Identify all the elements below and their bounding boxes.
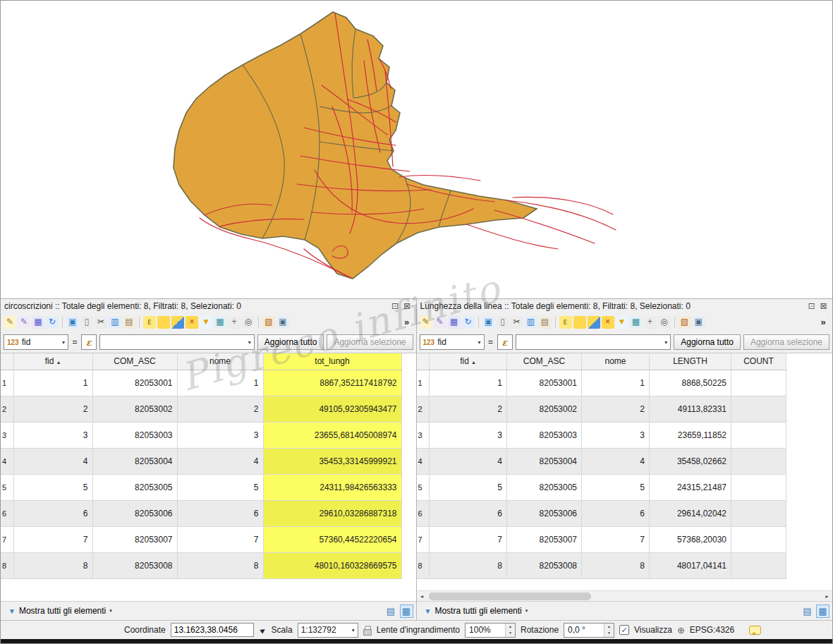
cell[interactable] [731, 396, 786, 422]
column-header-fid[interactable]: fid▲ [13, 353, 92, 370]
spin-down-icon[interactable]: ▼ [506, 630, 515, 637]
cell[interactable]: 24315,21487 [650, 474, 731, 500]
column-header-tot_lungh[interactable]: tot_lungh [263, 353, 401, 370]
corner-header[interactable] [417, 353, 430, 370]
cell[interactable]: 5 [430, 474, 507, 500]
cell[interactable]: 23655,681405008974 [263, 422, 401, 448]
cell[interactable]: 82053002 [507, 396, 582, 422]
row-number[interactable]: 1 [417, 370, 430, 396]
cell[interactable]: 82053006 [507, 500, 582, 526]
dock-icon[interactable]: ▣ [276, 316, 289, 329]
spin-up-icon[interactable]: ▲ [604, 624, 614, 631]
form-view-icon[interactable]: ▤ [384, 604, 398, 618]
row-number[interactable]: 8 [1, 552, 13, 578]
cell[interactable] [731, 526, 786, 552]
cell[interactable]: 48010,160328669575 [263, 552, 401, 578]
save-edits-icon[interactable]: ▦ [448, 316, 461, 329]
update-all-button[interactable]: Aggiorna tutto [257, 334, 324, 350]
row-number[interactable]: 7 [417, 526, 430, 552]
filter-form-icon[interactable]: ▼ [616, 316, 628, 329]
cell[interactable]: 82053004 [92, 448, 177, 474]
lock-icon[interactable] [363, 629, 372, 636]
update-selection-button[interactable]: Aggiorna selezione [743, 334, 829, 350]
close-icon[interactable]: ⊠ [818, 301, 829, 312]
cell[interactable]: 82053005 [507, 474, 582, 500]
row-number[interactable]: 7 [1, 526, 13, 552]
cell[interactable]: 6 [430, 500, 507, 526]
cell[interactable]: 4 [430, 448, 507, 474]
magnifier-spinbox[interactable]: 100% ▲▼ [465, 623, 516, 638]
cell[interactable]: 48017,04141 [650, 552, 731, 578]
cell[interactable]: 57360,44522220654 [263, 526, 401, 552]
duplicate-feature-icon[interactable]: ▣ [482, 316, 495, 329]
delete-feature-icon[interactable]: ▯ [80, 316, 93, 329]
row-number[interactable]: 1 [1, 370, 13, 396]
cell[interactable]: 4 [582, 448, 650, 474]
spin-up-icon[interactable]: ▲ [506, 624, 515, 631]
cell[interactable]: 82053007 [507, 526, 582, 552]
cell[interactable]: 4 [177, 448, 263, 474]
row-number[interactable]: 4 [1, 448, 13, 474]
update-selection-button[interactable]: Aggiorna selezione [327, 334, 413, 350]
column-header-COUNT[interactable]: COUNT [731, 353, 786, 370]
cell[interactable]: 4 [13, 448, 92, 474]
scroll-right-icon[interactable]: ► [822, 594, 832, 599]
cell[interactable] [731, 422, 786, 448]
corner-header[interactable] [1, 353, 13, 370]
map-canvas[interactable] [1, 1, 832, 299]
copy-icon[interactable]: ▥ [525, 316, 537, 329]
render-checkbox[interactable]: ✓ [619, 625, 629, 635]
dock-icon[interactable]: ▣ [693, 316, 705, 329]
cell[interactable]: 82053001 [507, 370, 582, 396]
select-by-expression-icon[interactable]: ε [143, 316, 156, 329]
close-icon[interactable]: ⊠ [402, 301, 413, 312]
mouse-position-icon[interactable]: ► [257, 624, 268, 636]
cell[interactable]: 3 [13, 422, 92, 448]
conditional-formatting-icon[interactable]: ▧ [262, 316, 275, 329]
reload-icon[interactable]: ↻ [462, 316, 475, 329]
cell[interactable]: 49105,92305943477 [263, 396, 401, 422]
pan-to-selection-icon[interactable]: + [228, 316, 241, 329]
row-number[interactable]: 5 [417, 474, 430, 500]
rotation-spinbox[interactable]: 0,0 ° ▲▼ [564, 623, 614, 638]
select-all-icon[interactable] [573, 316, 586, 329]
cell[interactable]: 82053003 [92, 422, 177, 448]
row-number[interactable]: 6 [1, 500, 13, 526]
feature-filter-button[interactable]: ▼ Mostra tutti gli elementi ▾ [420, 604, 533, 619]
toolbar-extension-icon[interactable]: » [401, 316, 413, 329]
toggle-editing-icon[interactable]: ✎ [4, 316, 16, 329]
cell[interactable]: 82053008 [507, 552, 582, 578]
cell[interactable]: 8 [582, 552, 650, 578]
cell[interactable]: 5 [13, 474, 92, 500]
cell[interactable]: 29614,02042 [650, 500, 731, 526]
field-selector[interactable]: 123 fid ▾ [4, 334, 68, 350]
spin-down-icon[interactable]: ▼ [604, 630, 614, 637]
organize-columns-icon[interactable]: ▦ [214, 316, 226, 329]
cell[interactable]: 82053004 [507, 448, 582, 474]
row-number[interactable]: 5 [1, 474, 13, 500]
zoom-to-selection-icon[interactable]: ◎ [658, 316, 671, 329]
cell[interactable]: 7 [582, 526, 650, 552]
row-number[interactable]: 2 [417, 396, 430, 422]
filter-value-input[interactable]: ▾ [516, 334, 671, 350]
cell[interactable] [731, 448, 786, 474]
cell[interactable]: 3 [177, 422, 263, 448]
cell[interactable]: 82053001 [92, 370, 177, 396]
cell[interactable] [731, 370, 786, 396]
deselect-all-icon[interactable]: × [186, 316, 198, 329]
cell[interactable]: 6 [13, 500, 92, 526]
cell[interactable]: 6 [177, 500, 263, 526]
cell[interactable]: 8868,50225 [650, 370, 731, 396]
scale-selector[interactable]: 1:132792 ▾ [298, 623, 358, 638]
cell[interactable]: 7 [13, 526, 92, 552]
cut-icon[interactable]: ✂ [511, 316, 523, 329]
messages-icon[interactable] [749, 626, 761, 635]
cell[interactable] [731, 474, 786, 500]
duplicate-feature-icon[interactable]: ▣ [66, 316, 79, 329]
cell[interactable]: 5 [582, 474, 650, 500]
crs-label[interactable]: EPSG:4326 [690, 625, 734, 635]
feature-filter-button[interactable]: ▼ Mostra tutti gli elementi ▾ [4, 604, 117, 619]
multiedit-icon[interactable]: ✎ [18, 316, 30, 329]
cell[interactable]: 2 [177, 396, 263, 422]
cell[interactable]: 82053003 [507, 422, 582, 448]
